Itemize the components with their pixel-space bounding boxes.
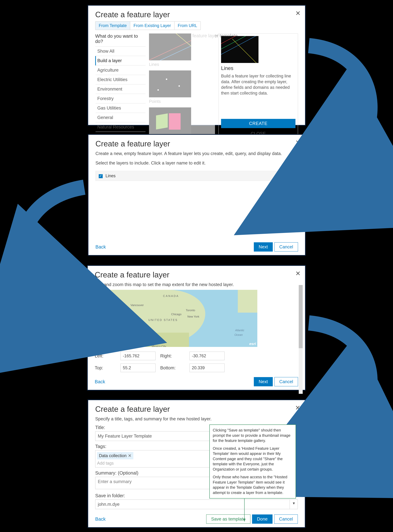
extent-coords: Left: Right: Top: Bottom: (95, 352, 298, 372)
template-detail-desc: Build a feature layer for collecting lin… (221, 73, 295, 96)
dialog-create-layer-step2: Create a feature layer ✕ Create a new, e… (88, 134, 306, 256)
done-button[interactable]: Done (252, 514, 273, 524)
template-detail-panel: Lines Build a feature layer for collecti… (218, 34, 298, 141)
cancel-button[interactable]: Cancel (274, 514, 298, 524)
category-list: Show All Build a layer Agriculture Elect… (95, 46, 146, 132)
input-left[interactable] (120, 352, 156, 360)
map-label-newyork: New York (187, 315, 199, 318)
callout-p3: Only those who have access to the "Hoste… (213, 474, 293, 495)
dialog-title: Create a feature layer (88, 266, 305, 281)
flow-arrow-1 (304, 41, 393, 205)
scrollbar[interactable] (299, 285, 303, 394)
flow-arrow-3 (304, 318, 393, 470)
source-tabs: From Template From Existing Layer From U… (95, 21, 201, 30)
create-button[interactable]: CREATE (221, 119, 295, 128)
cat-electric[interactable]: Electric Utilities (95, 75, 146, 84)
back-link[interactable]: Back (95, 244, 106, 250)
label-left: Left: (95, 354, 116, 359)
dialog-title: Create a feature layer (88, 400, 305, 416)
back-link[interactable]: Back (95, 379, 105, 384)
close-icon[interactable]: ✕ (295, 270, 301, 277)
map-credits: esri (249, 342, 256, 346)
tab-from-template[interactable]: From Template (95, 21, 130, 30)
map-label-mx: MEXICO (148, 340, 163, 343)
dialog-create-layer-step3: Create a feature layer ✕ Pan and zoom th… (87, 265, 306, 390)
instructions-line1: Create a new, empty feature layer. A fea… (88, 150, 305, 157)
tag-chip[interactable]: Data collection✕ (97, 452, 133, 459)
template-lines[interactable]: Lines (149, 34, 191, 67)
close-icon[interactable]: ✕ (295, 10, 301, 16)
close-icon[interactable]: ✕ (295, 404, 300, 411)
cat-agriculture[interactable]: Agriculture (95, 65, 146, 75)
back-link[interactable]: Back (95, 517, 106, 522)
map-label-atlantic1: Atlantic (235, 329, 244, 332)
map-label-canada: CANADA (163, 294, 179, 298)
cancel-button[interactable]: Cancel (274, 377, 298, 386)
cancel-button[interactable]: Cancel (274, 242, 298, 251)
next-button[interactable]: Next (254, 377, 273, 386)
flow-arrow-2 (0, 182, 89, 335)
label-top: Top: (95, 365, 116, 370)
close-icon[interactable]: ✕ (295, 139, 301, 146)
tab-from-existing[interactable]: From Existing Layer (130, 21, 174, 30)
template-points-label: Points (149, 99, 191, 104)
save-as-template-button[interactable]: Save as template (206, 514, 251, 524)
instructions: Pan and zoom this map to set the map ext… (88, 281, 305, 288)
cat-show-all[interactable]: Show All (95, 47, 146, 56)
zoom-out-button[interactable]: − (97, 299, 103, 305)
callout-p2: Once created, a 'Hosted Feature Layer Te… (213, 446, 293, 472)
dialog-create-layer-step1: Create a feature layer ✕ From Template F… (88, 5, 306, 126)
template-preview-image (221, 36, 259, 63)
map-label-mexicocity: Mexico City (152, 345, 166, 347)
input-right[interactable] (189, 352, 225, 360)
map-label-vancouver: Vancouver (131, 304, 144, 307)
folder-dropdown-icon[interactable]: ▼ (290, 499, 298, 509)
annotation-callout: Clicking "Save as template" should then … (209, 424, 296, 498)
template-points[interactable]: Points (149, 70, 191, 104)
label-bottom: Bottom: (160, 365, 185, 370)
dialog-title: Create a feature layer (88, 6, 305, 21)
map-label-toronto: Toronto (186, 309, 195, 312)
instructions: Specify a title, tags, and summary for t… (88, 416, 305, 422)
map-label-sf: San Francisco (119, 322, 137, 325)
instructions-line2: Select the layers to include. Click a la… (88, 160, 305, 166)
map-label-us: UNITED STATES (148, 318, 178, 322)
label-right: Right: (160, 354, 185, 359)
cat-natural[interactable]: Natural Resources (95, 122, 146, 132)
layer-include-row[interactable]: Lines (95, 171, 298, 181)
layer-name[interactable]: Lines (105, 173, 116, 178)
tab-from-url[interactable]: From URL (175, 21, 201, 30)
cat-build-layer[interactable]: Build a layer (95, 56, 146, 65)
layer-checkbox[interactable] (99, 174, 103, 178)
next-button[interactable]: Next (254, 242, 273, 251)
template-thumbnails: Lines Points Polygons (149, 34, 215, 141)
template-detail-title: Lines (221, 65, 295, 71)
cat-general[interactable]: General (95, 113, 146, 122)
cat-environment[interactable]: Environment (95, 84, 146, 94)
zoom-control: + − (97, 292, 103, 306)
dialog-title: Create a feature layer (88, 135, 305, 150)
input-folder[interactable] (95, 499, 298, 509)
scrollbar-thumb[interactable] (299, 285, 303, 348)
category-question: What do you want to do? (95, 34, 146, 44)
map-label-la: Los Angeles (127, 329, 142, 332)
template-lines-label: Lines (149, 62, 191, 67)
remove-tag-icon[interactable]: ✕ (128, 453, 132, 458)
input-top[interactable] (120, 364, 156, 372)
map-label-atlantic2: Ocean (234, 333, 243, 336)
map-label-chicago: Chicago (171, 313, 182, 316)
callout-p1: Clicking "Save as template" should then … (213, 428, 293, 443)
cat-gas[interactable]: Gas Utilities (95, 103, 146, 113)
category-column: What do you want to do? Show All Build a… (95, 34, 146, 141)
extent-map[interactable]: CANADA UNITED STATES MEXICO Vancouver Ch… (95, 290, 257, 347)
cat-forestry[interactable]: Forestry (95, 94, 146, 103)
input-bottom[interactable] (189, 364, 225, 372)
zoom-in-button[interactable]: + (97, 292, 103, 299)
